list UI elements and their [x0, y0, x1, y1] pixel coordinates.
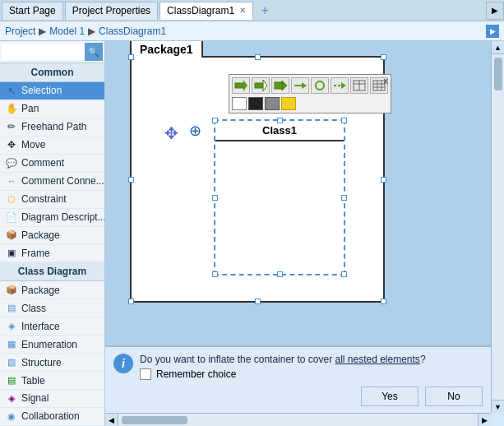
breadcrumb-nav-button[interactable]: ▶: [486, 25, 499, 38]
tab-start[interactable]: Start Page: [2, 2, 63, 20]
handle-ml[interactable]: [128, 177, 134, 183]
sidebar-item-pan[interactable]: Pan: [0, 100, 104, 118]
ftb-btn-circle[interactable]: [311, 77, 329, 94]
class-header: Class1: [215, 121, 344, 141]
sidebar-item-interface[interactable]: Interface: [0, 317, 104, 336]
sidebar-item-selection-label: Selection: [21, 85, 62, 96]
sidebar-item-frame[interactable]: Frame: [0, 244, 104, 262]
vscroll-up-button[interactable]: ▲: [491, 41, 504, 54]
tab-project-properties[interactable]: Project Properties: [65, 2, 158, 20]
svg-marker-10: [341, 82, 346, 89]
remember-choice-checkbox[interactable]: [140, 368, 151, 380]
ftb-btn-table1[interactable]: [350, 77, 368, 94]
content-area: ▲ ▼ Package1 ✥ ⊕ Class1: [105, 41, 504, 426]
class-handle-tm[interactable]: [277, 118, 283, 123]
signal-icon: [5, 391, 18, 405]
sidebar-item-table-label: Table: [21, 375, 45, 387]
breadcrumb-diagram[interactable]: ClassDiagram1: [99, 25, 166, 37]
class-handle-bl[interactable]: [212, 271, 218, 277]
sidebar-item-class[interactable]: Class: [0, 299, 104, 317]
hscroll-right-button[interactable]: ▶: [478, 414, 491, 427]
ftb-color-gray[interactable]: [265, 97, 280, 110]
sidebar-item-diagram-desc[interactable]: Diagram Descript...: [0, 209, 104, 227]
ftb-btn-2[interactable]: [252, 77, 270, 94]
ftb-color-white[interactable]: [232, 97, 247, 110]
hscroll-track: [118, 416, 478, 424]
sidebar: 🔍 Common Selection Pan Freehand Path Mov…: [0, 41, 105, 426]
ftb-btn-4[interactable]: [291, 77, 309, 94]
class-box[interactable]: Class1: [214, 119, 345, 276]
prompt-area: i Do you want to inflate the container t…: [105, 345, 491, 413]
search-button[interactable]: 🔍: [85, 43, 103, 61]
tab-overflow-button[interactable]: ▶: [486, 2, 504, 20]
sidebar-item-constraint-label: Constraint: [21, 193, 67, 205]
sidebar-search-area: 🔍: [0, 41, 104, 63]
breadcrumb-sep2: ▶: [88, 25, 95, 37]
pan-cursor-icon: ⊕: [189, 122, 201, 140]
ftb-btn-3[interactable]: [271, 77, 289, 94]
hscroll-thumb[interactable]: [122, 416, 187, 424]
tab-add-button[interactable]: +: [257, 2, 273, 19]
svg-marker-7: [302, 82, 307, 89]
breadcrumb-project[interactable]: Project: [5, 25, 35, 37]
handle-br[interactable]: [381, 299, 386, 304]
sidebar-item-collaboration-label: Collaboration: [21, 410, 80, 422]
float-toolbar: x: [229, 74, 391, 113]
sidebar-item-package-cd[interactable]: Package: [0, 281, 104, 299]
svg-marker-3: [263, 80, 267, 91]
vscroll-down-button[interactable]: ▼: [491, 400, 504, 413]
vscroll-track[interactable]: [491, 54, 504, 413]
ftb-color-black[interactable]: [248, 97, 263, 110]
class-handle-tr[interactable]: [341, 118, 347, 123]
class-handle-mr[interactable]: [341, 195, 347, 201]
hscroll-left-button[interactable]: ◀: [105, 414, 118, 427]
handle-tm[interactable]: [255, 54, 261, 60]
sidebar-item-constraint[interactable]: Constraint: [0, 191, 104, 209]
pan-icon: [5, 102, 18, 115]
svg-marker-1: [243, 80, 247, 91]
sidebar-item-structure[interactable]: Structure: [0, 354, 104, 372]
interface-icon: [5, 320, 18, 333]
sidebar-item-package-common[interactable]: Package: [0, 227, 104, 245]
sidebar-group-common: Common: [0, 63, 104, 82]
handle-mr[interactable]: [381, 177, 386, 183]
ftb-btn-5[interactable]: [331, 77, 349, 94]
handle-bl[interactable]: [128, 299, 134, 304]
sidebar-item-table[interactable]: Table: [0, 372, 104, 390]
sidebar-item-signal[interactable]: Signal: [0, 390, 104, 408]
sidebar-item-move[interactable]: Move: [0, 137, 104, 155]
ftb-color-yellow[interactable]: [281, 97, 296, 110]
sidebar-item-package-cd-label: Package: [21, 285, 60, 296]
tab-classdiagram1[interactable]: ClassDiagram1 ✕: [160, 2, 253, 20]
sidebar-item-move-label: Move: [21, 139, 45, 150]
prompt-yes-button[interactable]: Yes: [361, 387, 418, 406]
prompt-message: Do you want to inflate the container to …: [140, 354, 483, 365]
sidebar-item-interface-label: Interface: [21, 321, 60, 332]
class-handle-tl[interactable]: [212, 118, 218, 123]
breadcrumb-model[interactable]: Model 1: [49, 25, 85, 37]
class-handle-br[interactable]: [341, 271, 347, 277]
float-toolbar-row2: [232, 97, 388, 110]
sidebar-item-freehand[interactable]: Freehand Path: [0, 118, 104, 137]
class-handle-bm[interactable]: [277, 271, 283, 277]
prompt-no-button[interactable]: No: [425, 387, 483, 406]
vscroll-thumb[interactable]: [494, 58, 502, 90]
ftb-btn-1[interactable]: [232, 77, 250, 94]
prompt-text-area: Do you want to inflate the container to …: [140, 354, 483, 380]
sidebar-item-enumeration-label: Enumeration: [21, 339, 77, 350]
float-toolbar-close-button[interactable]: x: [384, 76, 389, 86]
handle-tl[interactable]: [128, 54, 134, 60]
handle-bm[interactable]: [255, 299, 261, 304]
comment-conn-icon: [5, 174, 18, 188]
search-input[interactable]: [2, 44, 85, 60]
tab-close-icon[interactable]: ✕: [239, 6, 246, 15]
tab-bar: Start Page Project Properties ClassDiagr…: [0, 0, 504, 21]
hscroll-bar[interactable]: ◀ ▶: [105, 413, 491, 426]
class-handle-ml[interactable]: [212, 195, 218, 201]
sidebar-item-comment-conn[interactable]: Comment Conne...: [0, 173, 104, 191]
sidebar-item-selection[interactable]: Selection: [0, 82, 104, 100]
sidebar-item-enumeration[interactable]: Enumeration: [0, 336, 104, 354]
sidebar-item-collaboration[interactable]: Collaboration: [0, 408, 104, 426]
sidebar-item-comment[interactable]: Comment: [0, 155, 104, 173]
handle-tr[interactable]: [381, 54, 386, 60]
